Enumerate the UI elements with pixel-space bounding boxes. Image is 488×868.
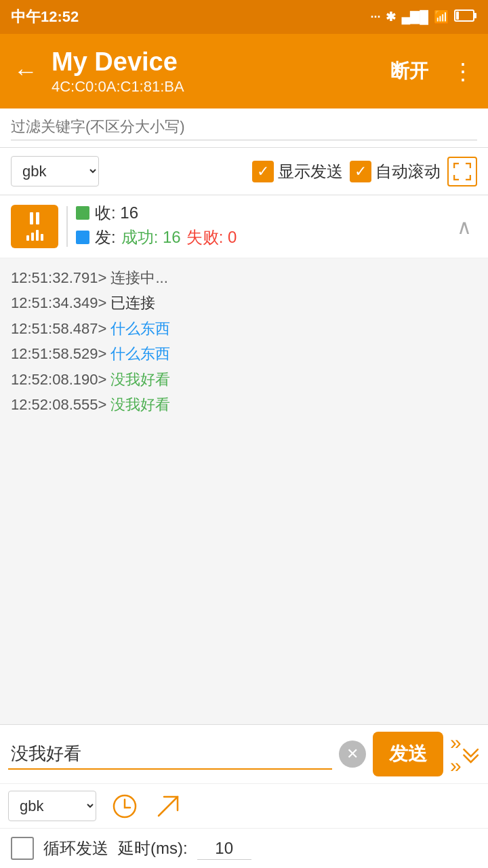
log-line-4: 12:51:58.529> 什么东西 xyxy=(11,341,477,366)
recv-dot xyxy=(76,206,89,220)
history-button[interactable] xyxy=(110,791,140,821)
encoding-select-bottom[interactable]: gbk utf-8 ascii xyxy=(8,791,96,821)
log-line-6: 12:52:08.555> 没我好看 xyxy=(11,392,477,417)
clear-input-button[interactable]: ✕ xyxy=(339,741,366,768)
send-fail: 失败: 0 xyxy=(186,226,237,248)
auto-scroll-checkbox[interactable]: ✓ xyxy=(350,161,371,182)
options-bar: gbk utf-8 ascii ✓ 显示发送 ✓ 自动滚动 xyxy=(0,148,488,195)
log-line-3: 12:51:58.487> 什么东西 xyxy=(11,316,477,341)
app-header: ← My Device 4C:C0:0A:C1:81:BA 断开 ⋮ xyxy=(0,34,488,108)
loop-send-label: 循环发送 xyxy=(43,837,108,859)
disconnect-button[interactable]: 断开 xyxy=(385,56,434,87)
loop-row: 循环发送 延时(ms): xyxy=(0,829,488,868)
loop-send-checkbox[interactable] xyxy=(11,837,34,860)
expand-down-button[interactable]: »» xyxy=(450,739,480,769)
filter-input[interactable] xyxy=(11,118,477,140)
more-button[interactable]: ⋮ xyxy=(446,55,480,87)
collapse-button[interactable]: ∧ xyxy=(451,210,477,244)
show-send-checkbox[interactable]: ✓ xyxy=(252,161,274,182)
header-actions: 断开 ⋮ xyxy=(385,55,480,87)
send-success: 成功: 16 xyxy=(121,226,181,248)
log-area: 12:51:32.791> 连接中... 12:51:34.349> 已连接 1… xyxy=(0,258,488,638)
send-button[interactable]: 发送 xyxy=(373,732,443,776)
svg-rect-2 xyxy=(456,12,459,20)
device-name: My Device xyxy=(52,47,377,78)
send-stat: 发: 成功: 16 失败: 0 xyxy=(76,226,451,248)
send-dot xyxy=(76,231,89,244)
filter-bar xyxy=(0,108,488,148)
auto-scroll-option: ✓ 自动滚动 xyxy=(350,161,441,182)
send-prefix: 发: xyxy=(95,226,116,248)
back-button[interactable]: ← xyxy=(8,52,43,91)
log-line-1: 12:51:32.791> 连接中... xyxy=(11,265,477,290)
device-mac: 4C:C0:0A:C1:81:BA xyxy=(52,78,377,96)
show-send-label: 显示发送 xyxy=(278,161,343,182)
log-line-2: 12:51:34.349> 已连接 xyxy=(11,290,477,315)
stats-bar: 收: 16 发: 成功: 16 失败: 0 ∧ xyxy=(0,195,488,258)
status-time: 中午12:52 xyxy=(11,7,79,27)
log-line-5: 12:52:08.190> 没我好看 xyxy=(11,367,477,392)
send-history-button[interactable] xyxy=(153,791,183,821)
tools-row: gbk utf-8 ascii xyxy=(0,784,488,829)
fullscreen-button[interactable] xyxy=(447,157,477,186)
delay-label: 延时(ms): xyxy=(118,837,188,859)
svg-line-4 xyxy=(159,797,178,816)
recv-stat: 收: 16 xyxy=(76,202,451,224)
signal-icon: ··· xyxy=(370,10,380,24)
clear-icon xyxy=(26,230,43,241)
wifi-icon: 📶 xyxy=(434,9,449,24)
pause-clear-button[interactable] xyxy=(11,205,58,248)
status-icons: ··· ✱ ▄▇█ 📶 xyxy=(370,9,477,25)
battery-icon xyxy=(454,9,477,25)
auto-scroll-label: 自动滚动 xyxy=(375,161,441,182)
delay-input[interactable] xyxy=(197,837,251,860)
encoding-select[interactable]: gbk utf-8 ascii xyxy=(11,156,99,186)
pause-icon xyxy=(30,212,39,224)
stats-divider xyxy=(66,206,68,247)
message-input[interactable] xyxy=(8,739,332,770)
bottom-area: ✕ 发送 »» gbk utf-8 ascii xyxy=(0,724,488,868)
show-send-option: ✓ 显示发送 xyxy=(252,161,343,182)
chevron-down-icon: »» xyxy=(450,731,462,777)
stats-numbers: 收: 16 发: 成功: 16 失败: 0 xyxy=(76,202,451,251)
bluetooth-icon: ✱ xyxy=(386,9,396,24)
svg-rect-1 xyxy=(474,13,476,18)
options-group: ✓ 显示发送 ✓ 自动滚动 xyxy=(252,157,477,186)
status-bar: 中午12:52 ··· ✱ ▄▇█ 📶 xyxy=(0,0,488,34)
recv-label: 收: 16 xyxy=(95,202,138,224)
network-icon: ▄▇█ xyxy=(401,9,428,24)
input-row: ✕ 发送 »» xyxy=(0,725,488,784)
header-title-block: My Device 4C:C0:0A:C1:81:BA xyxy=(52,47,377,96)
